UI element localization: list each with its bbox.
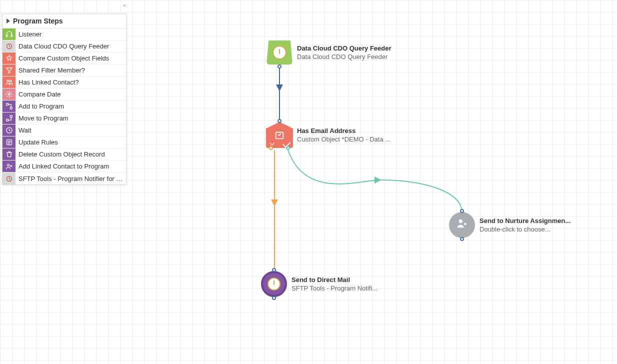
port-out[interactable] <box>460 237 464 241</box>
palette-item-label: Move to Program <box>16 114 68 122</box>
edge-decision-to-nurture <box>288 150 380 184</box>
port-out[interactable] <box>278 64 282 68</box>
palette-item[interactable]: Move to Program <box>2 112 126 124</box>
palette-item-label: Add to Program <box>16 102 64 110</box>
port-no[interactable] <box>269 146 273 150</box>
steps-palette: « Program Steps ListenerData Cloud CDO Q… <box>2 14 127 185</box>
star-icon <box>2 52 16 64</box>
gear-icon <box>2 88 16 100</box>
svg-point-6 <box>10 80 12 82</box>
node-feeder[interactable]: Data Cloud CDO Query Feeder Data Cloud C… <box>266 39 392 66</box>
badge-icon <box>2 172 16 184</box>
palette-item[interactable]: Delete Custom Object Record <box>2 148 126 160</box>
port-in[interactable] <box>272 268 276 272</box>
node-subtitle: Data Cloud CDO Query Feeder <box>297 53 392 60</box>
node-subtitle: Double-click to choose... <box>480 226 570 233</box>
clock-icon <box>2 124 16 136</box>
list-icon <box>2 136 16 148</box>
svg-rect-2 <box>6 34 8 36</box>
feeder-icon <box>266 40 292 64</box>
palette-item-label: Data Cloud CDO Query Feeder <box>16 42 109 50</box>
palette-item[interactable]: Compare Date <box>2 88 126 100</box>
palette-item[interactable]: Listener <box>2 28 126 40</box>
port-in[interactable] <box>278 119 282 123</box>
person-add-icon <box>2 160 16 172</box>
svg-point-1 <box>459 220 462 223</box>
svg-rect-3 <box>11 34 12 36</box>
node-direct-mail[interactable]: Send to Direct Mail SFTP Tools - Program… <box>260 270 378 298</box>
palette-item[interactable]: Add to Program <box>2 100 126 112</box>
node-title: Has Email Address <box>297 127 390 134</box>
port-in[interactable] <box>460 209 464 213</box>
palette-item-label: Has Linked Contact? <box>16 78 79 86</box>
trash-icon <box>2 148 16 160</box>
unconfigured-icon <box>449 212 475 238</box>
decision-icon <box>266 122 293 148</box>
palette-item-label: Compare Date <box>16 90 61 98</box>
node-decision[interactable]: Has Email Address Custom Object *DEMO - … <box>266 122 390 148</box>
collapse-handle-icon[interactable]: « <box>123 2 124 8</box>
palette-item-label: SFTP Tools - Program Notifier for Cust… <box>16 175 126 182</box>
palette-item-label: Listener <box>16 30 42 38</box>
funnel-icon <box>2 64 16 76</box>
badge-icon <box>2 40 16 52</box>
people-icon <box>2 76 16 88</box>
palette-item-label: Update Rules <box>16 138 58 146</box>
palette-item[interactable]: Wait <box>2 124 126 136</box>
palette-item[interactable]: Compare Custom Object Fields <box>2 52 126 64</box>
flow2-icon <box>2 112 16 124</box>
palette-header[interactable]: Program Steps <box>2 14 126 28</box>
port-yes[interactable] <box>286 146 290 150</box>
palette-item[interactable]: Data Cloud CDO Query Feeder <box>2 40 126 52</box>
svg-point-14 <box>7 164 9 166</box>
palette-item-label: Shared Filter Member? <box>16 66 85 74</box>
svg-point-5 <box>7 80 9 82</box>
node-title: Send to Direct Mail <box>292 276 378 284</box>
palette-title: Program Steps <box>13 17 63 25</box>
node-subtitle: Custom Object *DEMO - Data ... <box>297 136 390 143</box>
action-icon <box>261 271 287 297</box>
svg-point-7 <box>8 94 10 96</box>
node-title: Data Cloud CDO Query Feeder <box>297 44 392 52</box>
palette-item-label: Delete Custom Object Record <box>16 150 105 158</box>
flow-icon <box>2 100 16 112</box>
node-subtitle: SFTP Tools - Program Notifi... <box>292 284 378 292</box>
palette-item[interactable]: Add Linked Contact to Program <box>2 160 126 172</box>
node-title: Send to Nurture Assignmen... <box>480 217 570 224</box>
headset-icon <box>2 28 16 40</box>
palette-item-label: Wait <box>16 126 32 134</box>
palette-item[interactable]: SFTP Tools - Program Notifier for Cust… <box>2 172 126 184</box>
palette-item-label: Compare Custom Object Fields <box>16 54 109 62</box>
palette-item[interactable]: Shared Filter Member? <box>2 64 126 76</box>
node-nurture[interactable]: Send to Nurture Assignmen... Double-clic… <box>448 212 570 238</box>
palette-item[interactable]: Update Rules <box>2 136 126 148</box>
palette-item[interactable]: Has Linked Contact? <box>2 76 126 88</box>
port-out[interactable] <box>272 296 276 300</box>
caret-right-icon <box>6 18 10 24</box>
palette-item-label: Add Linked Contact to Program <box>16 162 109 170</box>
